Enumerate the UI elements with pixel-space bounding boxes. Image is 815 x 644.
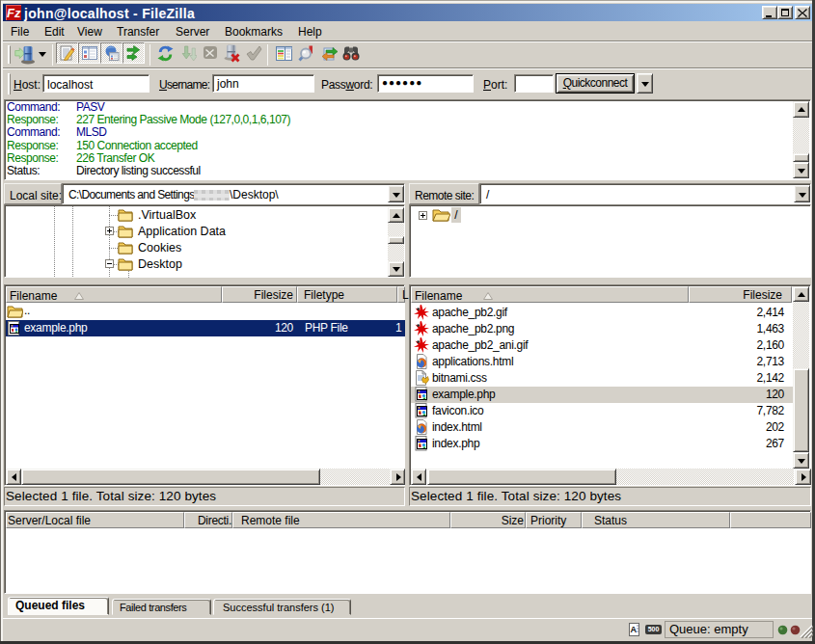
svg-text:A: A — [631, 625, 638, 634]
svg-text:Fz: Fz — [7, 6, 21, 20]
